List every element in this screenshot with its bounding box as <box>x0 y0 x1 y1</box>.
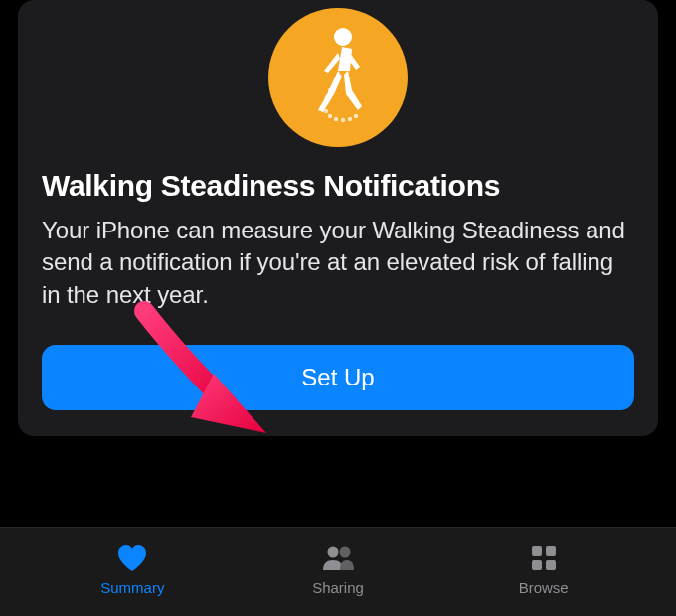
tab-browse-label: Browse <box>519 579 569 596</box>
svg-point-12 <box>339 546 350 557</box>
svg-point-2 <box>328 88 332 92</box>
svg-point-11 <box>327 546 338 557</box>
tab-sharing[interactable]: Sharing <box>288 542 388 596</box>
walking-steadiness-card: Walking Steadiness Notifications Your iP… <box>18 0 658 436</box>
svg-rect-14 <box>546 546 556 556</box>
tab-sharing-label: Sharing <box>312 579 364 596</box>
svg-rect-13 <box>532 546 542 556</box>
svg-point-7 <box>334 117 338 121</box>
card-title: Walking Steadiness Notifications <box>42 169 500 203</box>
heart-icon <box>114 542 150 574</box>
setup-button[interactable]: Set Up <box>42 345 634 410</box>
tab-summary[interactable]: Summary <box>83 542 182 596</box>
tab-browse[interactable]: Browse <box>494 542 593 596</box>
walking-person-icon <box>288 23 388 132</box>
svg-point-5 <box>324 109 328 113</box>
grid-icon <box>526 542 562 574</box>
svg-rect-15 <box>532 560 542 570</box>
svg-point-1 <box>332 82 336 86</box>
svg-point-0 <box>334 28 352 46</box>
svg-point-8 <box>341 118 345 122</box>
svg-rect-16 <box>546 560 556 570</box>
svg-point-6 <box>328 114 332 118</box>
tab-summary-label: Summary <box>100 579 164 596</box>
walking-steadiness-icon <box>268 8 408 147</box>
tab-bar: Summary Sharing Browse <box>0 527 676 616</box>
svg-point-10 <box>354 114 358 118</box>
svg-point-3 <box>325 95 329 99</box>
people-icon <box>320 542 356 574</box>
card-description: Your iPhone can measure your Walking Ste… <box>42 215 634 311</box>
svg-point-4 <box>323 102 327 106</box>
svg-point-9 <box>348 117 352 121</box>
